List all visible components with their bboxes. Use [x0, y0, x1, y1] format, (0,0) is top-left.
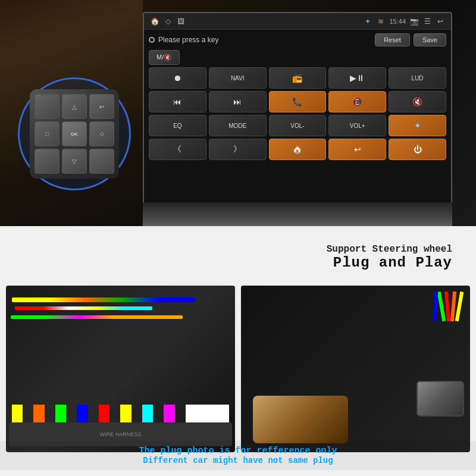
sw-btn-right[interactable]: ◇: [89, 121, 114, 146]
nav-icons: 🏠 ◇ 🖼: [150, 17, 186, 26]
power-button[interactable]: ⏻: [389, 139, 446, 160]
mute-row: M/🔇: [149, 50, 446, 65]
home-nav-icon[interactable]: 🏠: [150, 17, 159, 26]
support-text-area: Support Steering wheel Plug and Play: [327, 244, 452, 271]
call-button[interactable]: 📞: [269, 91, 327, 112]
menu-icon[interactable]: ☰: [422, 17, 432, 26]
key-assignment-row: Please press a key Reset Save: [149, 33, 446, 46]
support-line1: Support Steering wheel: [327, 244, 452, 255]
vol-down-button[interactable]: VOL-: [269, 115, 327, 136]
bluetooth-status-icon: ✦: [363, 17, 372, 26]
disclaimer-line1: The plug photo is for refference only: [5, 446, 471, 456]
steering-wheel-circle: △ ↩ □ OK ◇ ▽: [18, 77, 131, 190]
end-call-button[interactable]: 📵: [328, 91, 386, 112]
diamond-nav-icon[interactable]: ◇: [163, 17, 173, 26]
sw-btn-down[interactable]: ▽: [62, 149, 87, 174]
sw-btn-empty1: [35, 94, 60, 119]
head-unit-screen: 🏠 ◇ 🖼 ✦ ≋ 15:44 📷 ☰ ↩ Please press a key: [143, 12, 452, 214]
save-button[interactable]: Save: [414, 33, 446, 46]
return-button[interactable]: ↩: [328, 139, 386, 160]
sw-btn-empty2: [35, 149, 60, 174]
key-prompt-area: Please press a key: [149, 36, 218, 44]
bluetooth-button[interactable]: ✦: [389, 115, 446, 136]
prev-page-button[interactable]: 《: [149, 139, 206, 160]
screen-status-bar: 🏠 ◇ 🖼 ✦ ≋ 15:44 📷 ☰ ↩: [144, 13, 451, 30]
car-background: △ ↩ □ OK ◇ ▽ 🏠 ◇ 🖼 ✦ ≋ 15:44 📷: [0, 0, 476, 256]
screen-main-content: Please press a key Reset Save M/🔇 ⏺ NAVI…: [144, 30, 451, 164]
prev-track-button[interactable]: ⏮: [149, 91, 206, 112]
sw-btn-back[interactable]: ↩: [89, 94, 114, 119]
sw-btn-up[interactable]: △: [62, 94, 87, 119]
image-nav-icon[interactable]: 🖼: [176, 17, 186, 26]
key-prompt-text: Please press a key: [158, 36, 218, 44]
sw-btn-empty3: [89, 149, 114, 174]
lud-button[interactable]: LUD: [389, 67, 446, 89]
radio-button[interactable]: 📻: [269, 67, 327, 89]
support-line2: Plug and Play: [327, 255, 452, 271]
wire-image-right: [241, 286, 470, 452]
disclaimer-line2: Different car might have not same plug: [5, 456, 471, 465]
back-nav-icon[interactable]: ↩: [436, 17, 445, 26]
play-pause-button[interactable]: ▶⏸: [328, 67, 386, 89]
next-page-button[interactable]: 》: [209, 139, 267, 160]
wifi-icon: ≋: [376, 17, 386, 26]
vol-up-button[interactable]: VOL+: [328, 115, 386, 136]
sw-btn-left[interactable]: □: [35, 121, 60, 146]
eq-button[interactable]: EQ: [149, 115, 206, 136]
camera-icon: 📷: [409, 17, 419, 26]
navi-button[interactable]: NAVI: [209, 67, 267, 89]
key-indicator-dot: [149, 37, 155, 43]
button-grid: ⏺ NAVI 📻 ▶⏸ LUD ⏮ ⏭ 📞 📵 🔇 EQ MODE VOL- V…: [149, 67, 446, 160]
reset-button[interactable]: Reset: [375, 33, 410, 46]
steering-wheel-buttons: △ ↩ □ OK ◇ ▽: [30, 89, 119, 178]
next-track-button[interactable]: ⏭: [209, 91, 267, 112]
bottom-info-section: Support Steering wheel Plug and Play WIR…: [0, 226, 476, 476]
action-buttons: Reset Save: [375, 33, 446, 46]
wire-images-area: WIRE HARNESS: [0, 286, 476, 452]
wire-image-left: WIRE HARNESS: [6, 286, 235, 452]
disclaimer-area: The plug photo is for refference only Di…: [0, 441, 476, 470]
status-right-icons: ✦ ≋ 15:44 📷 ☰ ↩: [363, 17, 445, 26]
sw-btn-ok[interactable]: OK: [62, 121, 87, 146]
home-button[interactable]: 🏠: [269, 139, 327, 160]
cd-button[interactable]: ⏺: [149, 67, 206, 89]
clock-display: 15:44: [389, 18, 406, 25]
mute-vol-button[interactable]: 🔇: [389, 91, 446, 112]
mode-button[interactable]: MODE: [209, 115, 267, 136]
mute-button[interactable]: M/🔇: [149, 50, 180, 65]
